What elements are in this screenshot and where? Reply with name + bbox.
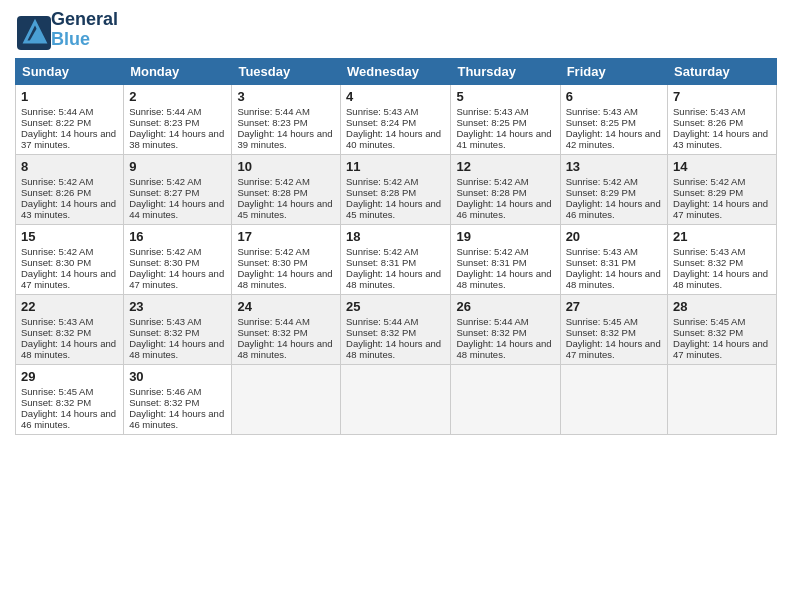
sunset-label: Sunset: 8:31 PM — [346, 257, 416, 268]
day-number: 6 — [566, 89, 662, 104]
day-cell: 25 Sunrise: 5:44 AM Sunset: 8:32 PM Dayl… — [341, 294, 451, 364]
daylight-label: Daylight: 14 hours and 46 minutes. — [21, 408, 116, 430]
day-number: 12 — [456, 159, 554, 174]
sunset-label: Sunset: 8:30 PM — [237, 257, 307, 268]
daylight-label: Daylight: 14 hours and 47 minutes. — [21, 268, 116, 290]
day-number: 11 — [346, 159, 445, 174]
sunrise-label: Sunrise: 5:45 AM — [21, 386, 93, 397]
day-cell: 19 Sunrise: 5:42 AM Sunset: 8:31 PM Dayl… — [451, 224, 560, 294]
day-cell: 3 Sunrise: 5:44 AM Sunset: 8:23 PM Dayli… — [232, 84, 341, 154]
day-number: 25 — [346, 299, 445, 314]
sunset-label: Sunset: 8:26 PM — [673, 117, 743, 128]
col-header-monday: Monday — [124, 58, 232, 84]
daylight-label: Daylight: 14 hours and 48 minutes. — [346, 268, 441, 290]
sunrise-label: Sunrise: 5:45 AM — [673, 316, 745, 327]
daylight-label: Daylight: 14 hours and 47 minutes. — [129, 268, 224, 290]
day-number: 2 — [129, 89, 226, 104]
daylight-label: Daylight: 14 hours and 39 minutes. — [237, 128, 332, 150]
daylight-label: Daylight: 14 hours and 46 minutes. — [566, 198, 661, 220]
daylight-label: Daylight: 14 hours and 40 minutes. — [346, 128, 441, 150]
header: General Blue — [15, 10, 777, 50]
sunrise-label: Sunrise: 5:42 AM — [456, 246, 528, 257]
day-number: 5 — [456, 89, 554, 104]
sunset-label: Sunset: 8:32 PM — [129, 397, 199, 408]
day-number: 16 — [129, 229, 226, 244]
page: General Blue SundayMondayTuesdayWednesda… — [0, 0, 792, 612]
sunrise-label: Sunrise: 5:43 AM — [673, 106, 745, 117]
sunrise-label: Sunrise: 5:43 AM — [566, 106, 638, 117]
daylight-label: Daylight: 14 hours and 46 minutes. — [129, 408, 224, 430]
daylight-label: Daylight: 14 hours and 48 minutes. — [21, 338, 116, 360]
day-cell: 6 Sunrise: 5:43 AM Sunset: 8:25 PM Dayli… — [560, 84, 667, 154]
day-cell: 24 Sunrise: 5:44 AM Sunset: 8:32 PM Dayl… — [232, 294, 341, 364]
day-cell: 1 Sunrise: 5:44 AM Sunset: 8:22 PM Dayli… — [16, 84, 124, 154]
week-row-1: 1 Sunrise: 5:44 AM Sunset: 8:22 PM Dayli… — [16, 84, 777, 154]
daylight-label: Daylight: 14 hours and 43 minutes. — [21, 198, 116, 220]
sunrise-label: Sunrise: 5:42 AM — [21, 176, 93, 187]
day-number: 9 — [129, 159, 226, 174]
daylight-label: Daylight: 14 hours and 48 minutes. — [237, 268, 332, 290]
header-row: SundayMondayTuesdayWednesdayThursdayFrid… — [16, 58, 777, 84]
sunset-label: Sunset: 8:32 PM — [456, 327, 526, 338]
sunrise-label: Sunrise: 5:43 AM — [566, 246, 638, 257]
daylight-label: Daylight: 14 hours and 48 minutes. — [346, 338, 441, 360]
sunset-label: Sunset: 8:32 PM — [129, 327, 199, 338]
sunrise-label: Sunrise: 5:43 AM — [346, 106, 418, 117]
daylight-label: Daylight: 14 hours and 45 minutes. — [237, 198, 332, 220]
day-cell — [232, 364, 341, 434]
day-number: 26 — [456, 299, 554, 314]
logo-icon — [15, 14, 47, 46]
col-header-thursday: Thursday — [451, 58, 560, 84]
day-number: 14 — [673, 159, 771, 174]
day-cell: 4 Sunrise: 5:43 AM Sunset: 8:24 PM Dayli… — [341, 84, 451, 154]
sunrise-label: Sunrise: 5:43 AM — [129, 316, 201, 327]
sunset-label: Sunset: 8:32 PM — [21, 327, 91, 338]
day-cell: 15 Sunrise: 5:42 AM Sunset: 8:30 PM Dayl… — [16, 224, 124, 294]
sunset-label: Sunset: 8:28 PM — [346, 187, 416, 198]
day-cell: 9 Sunrise: 5:42 AM Sunset: 8:27 PM Dayli… — [124, 154, 232, 224]
sunset-label: Sunset: 8:29 PM — [566, 187, 636, 198]
day-number: 4 — [346, 89, 445, 104]
day-cell: 27 Sunrise: 5:45 AM Sunset: 8:32 PM Dayl… — [560, 294, 667, 364]
day-cell: 21 Sunrise: 5:43 AM Sunset: 8:32 PM Dayl… — [668, 224, 777, 294]
daylight-label: Daylight: 14 hours and 45 minutes. — [346, 198, 441, 220]
col-header-tuesday: Tuesday — [232, 58, 341, 84]
sunset-label: Sunset: 8:32 PM — [673, 257, 743, 268]
sunset-label: Sunset: 8:31 PM — [456, 257, 526, 268]
day-number: 8 — [21, 159, 118, 174]
week-row-3: 15 Sunrise: 5:42 AM Sunset: 8:30 PM Dayl… — [16, 224, 777, 294]
day-number: 17 — [237, 229, 335, 244]
day-cell: 14 Sunrise: 5:42 AM Sunset: 8:29 PM Dayl… — [668, 154, 777, 224]
daylight-label: Daylight: 14 hours and 48 minutes. — [129, 338, 224, 360]
sunset-label: Sunset: 8:26 PM — [21, 187, 91, 198]
sunset-label: Sunset: 8:28 PM — [456, 187, 526, 198]
day-cell: 30 Sunrise: 5:46 AM Sunset: 8:32 PM Dayl… — [124, 364, 232, 434]
sunrise-label: Sunrise: 5:43 AM — [673, 246, 745, 257]
sunrise-label: Sunrise: 5:42 AM — [673, 176, 745, 187]
sunset-label: Sunset: 8:23 PM — [237, 117, 307, 128]
sunrise-label: Sunrise: 5:43 AM — [456, 106, 528, 117]
sunrise-label: Sunrise: 5:44 AM — [456, 316, 528, 327]
day-number: 23 — [129, 299, 226, 314]
sunset-label: Sunset: 8:31 PM — [566, 257, 636, 268]
day-number: 18 — [346, 229, 445, 244]
daylight-label: Daylight: 14 hours and 38 minutes. — [129, 128, 224, 150]
day-number: 21 — [673, 229, 771, 244]
daylight-label: Daylight: 14 hours and 48 minutes. — [673, 268, 768, 290]
daylight-label: Daylight: 14 hours and 46 minutes. — [456, 198, 551, 220]
sunrise-label: Sunrise: 5:42 AM — [346, 176, 418, 187]
daylight-label: Daylight: 14 hours and 47 minutes. — [566, 338, 661, 360]
day-number: 20 — [566, 229, 662, 244]
day-cell: 29 Sunrise: 5:45 AM Sunset: 8:32 PM Dayl… — [16, 364, 124, 434]
day-number: 27 — [566, 299, 662, 314]
daylight-label: Daylight: 14 hours and 41 minutes. — [456, 128, 551, 150]
day-cell: 22 Sunrise: 5:43 AM Sunset: 8:32 PM Dayl… — [16, 294, 124, 364]
day-cell: 17 Sunrise: 5:42 AM Sunset: 8:30 PM Dayl… — [232, 224, 341, 294]
sunset-label: Sunset: 8:32 PM — [566, 327, 636, 338]
sunrise-label: Sunrise: 5:45 AM — [566, 316, 638, 327]
day-cell: 18 Sunrise: 5:42 AM Sunset: 8:31 PM Dayl… — [341, 224, 451, 294]
sunrise-label: Sunrise: 5:42 AM — [21, 246, 93, 257]
day-cell: 13 Sunrise: 5:42 AM Sunset: 8:29 PM Dayl… — [560, 154, 667, 224]
sunrise-label: Sunrise: 5:42 AM — [129, 246, 201, 257]
col-header-friday: Friday — [560, 58, 667, 84]
